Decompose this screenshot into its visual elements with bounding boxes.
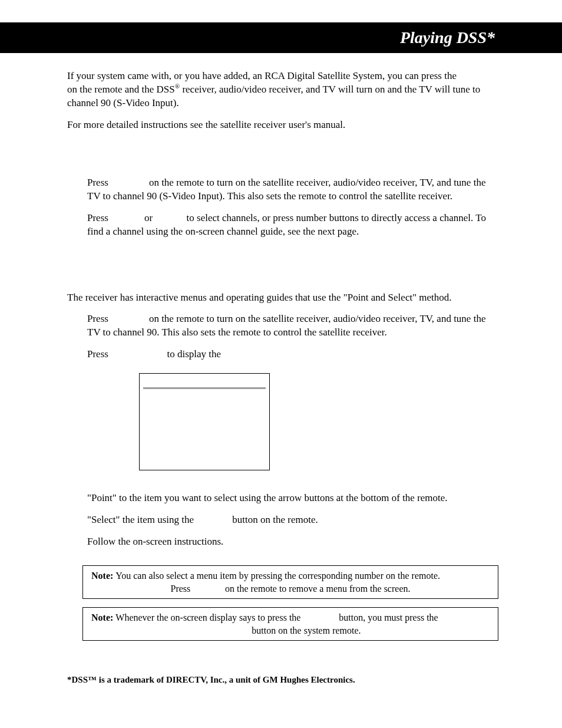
text: Press <box>171 584 193 594</box>
menu-title: MAIN MENU <box>140 374 269 386</box>
menu-items: 1 Program Guide 2 Attractions 3 MultiCha… <box>140 391 269 456</box>
section-title-1: To Watch a DSS Broadcast <box>67 152 498 168</box>
menu-item: 4 Mailbox <box>156 423 262 433</box>
menu-item: 1 Program Guide <box>156 393 262 403</box>
text: or <box>142 212 156 223</box>
section-title-2: The "Point and Select" Method <box>67 267 498 283</box>
menu-item: 5 Alternate Audio <box>156 433 262 443</box>
text: Press <box>87 177 111 188</box>
text: button, you must press the <box>336 612 438 622</box>
menu-done: Done <box>140 456 269 470</box>
step-2: Press CHAN+ or CHAN- to select channels,… <box>67 212 498 247</box>
text: If your system came with, or you have ad… <box>67 70 459 81</box>
step-4: "Select" the item using the SELECT butto… <box>67 513 498 535</box>
text: on the remote to remove a menu from the … <box>223 584 411 594</box>
trademark-note: *DSS™ is a trademark of DIRECTV, Inc., a… <box>67 674 498 686</box>
btn-select: SELECT <box>196 515 230 525</box>
steps-list-2: Press DSS/SAT on the remote to turn on t… <box>67 312 498 557</box>
text: Press <box>87 212 111 223</box>
btn-clear: CLEAR <box>193 584 223 594</box>
header-title: Playing DSS* <box>400 27 495 49</box>
text: "Select" the item using the <box>87 514 196 525</box>
btn-chan-minus: CHAN- <box>155 213 184 223</box>
intro-para-1: If your system came with, or you have ad… <box>67 70 498 110</box>
text: to display the <box>164 348 223 360</box>
btn-dss-sat: DSS/SAT <box>111 178 146 187</box>
text: Whenever the on-screen display says to p… <box>115 612 303 622</box>
menu-divider <box>143 387 266 389</box>
step-3: "Point" to the item you want to select u… <box>67 492 498 513</box>
btn-dss-sat: DSS/SAT <box>459 71 494 81</box>
menu-item: 3 MultiChannel Guide <box>156 413 262 423</box>
page-header: Playing DSS* <box>0 22 562 53</box>
main-menu-label: Main Menu. <box>223 348 272 360</box>
step-1: Press DSS/SAT on the remote to turn on t… <box>67 176 498 212</box>
page-body: If your system came with, or you have ad… <box>0 53 562 686</box>
text: on the remote to turn on the satellite r… <box>87 177 485 202</box>
text: Press <box>87 348 111 360</box>
text: button on the remote. <box>230 514 318 525</box>
btn-select: SELECT <box>303 613 336 622</box>
intro-para-2: For more detailed instructions see the s… <box>67 118 498 132</box>
text: Press <box>87 313 111 324</box>
note-label: Note: <box>91 571 115 581</box>
step-1: Press DSS/SAT on the remote to turn on t… <box>67 312 498 348</box>
section2-lead: The receiver has interactive menus and o… <box>67 291 498 305</box>
steps-list-1: Press DSS/SAT on the remote to turn on t… <box>67 176 498 247</box>
text: You can also select a menu item by press… <box>115 571 440 581</box>
step-5: Follow the on-screen instructions. <box>67 535 498 557</box>
main-menu-illustration: MAIN MENU 1 Program Guide 2 Attractions … <box>139 373 270 470</box>
text: button on the system remote. <box>249 625 361 635</box>
note-box-1: Note: You can also select a menu item by… <box>82 565 498 599</box>
menu-item: 6 Options <box>156 443 262 453</box>
menu-item: 2 Attractions <box>156 403 262 413</box>
btn-enter: ENTER <box>220 626 249 635</box>
registered-mark: ® <box>175 83 180 90</box>
btn-dss-sat: DSS/SAT <box>111 314 146 324</box>
page-number: 37 <box>0 689 562 695</box>
note-label: Note: <box>91 612 115 622</box>
text: on the remote to turn on the satellite r… <box>87 313 485 338</box>
note-box-2: Note: Whenever the on-screen display say… <box>82 607 498 641</box>
step-2: Press MENU/PROG to display the Main Menu… <box>67 348 498 492</box>
btn-menu-prog: MENU/PROG <box>111 350 164 359</box>
text: on the remote and the DSS <box>67 84 175 95</box>
btn-chan-plus: CHAN+ <box>111 213 141 223</box>
